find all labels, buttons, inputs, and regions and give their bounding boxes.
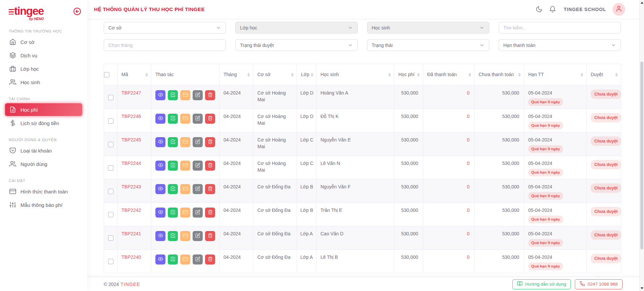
sidebar-item-hoc-sinh[interactable]: Học sinh [5,76,82,89]
approve-button[interactable] [168,114,178,124]
delete-button[interactable] [205,231,215,241]
row-checkbox[interactable] [108,189,113,194]
column-header-branch[interactable]: Cơ sở [253,64,297,85]
sidebar-collapse-button[interactable] [73,7,81,15]
fee-code-link[interactable]: TBP2244 [121,161,141,166]
row-checkbox[interactable] [108,165,113,171]
edit-button[interactable] [193,161,203,171]
edit-button[interactable] [193,231,203,241]
sort-icon[interactable] [291,73,294,76]
column-header-code[interactable]: Mã [117,64,151,85]
fee-code-link[interactable]: TBP2240 [121,254,141,260]
column-header-paid[interactable]: Đã thanh toán [423,64,475,85]
payment-button[interactable] [180,184,190,194]
column-header-month[interactable]: Tháng [219,64,253,85]
column-header-fee[interactable]: Học phí [394,64,423,85]
fee-code-link[interactable]: TBP2241 [121,231,141,236]
approve-button[interactable] [168,231,178,241]
filter-hoc-sinh-select[interactable]: Học sinh [367,22,489,34]
delete-button[interactable] [205,90,215,100]
hotline-button[interactable]: 0247 1088 968 [575,279,623,289]
delete-button[interactable] [205,254,215,265]
delete-button[interactable] [205,114,215,124]
sidebar-item-hoc-phi[interactable]: Học phí [5,103,82,116]
user-avatar[interactable] [612,3,625,16]
search-input[interactable] [499,22,621,34]
sort-icon[interactable] [615,73,618,76]
edit-button[interactable] [193,114,203,124]
fee-code-link[interactable]: TBP2243 [121,184,141,189]
view-button[interactable] [155,231,165,241]
view-button[interactable] [155,208,165,218]
fee-code-link[interactable]: TBP2247 [121,90,141,96]
sidebar-item-hinh-thuc-thanh-toan[interactable]: Hình thức thanh toán [5,185,82,198]
column-header-unpaid[interactable]: Chưa thanh toán [475,64,524,85]
view-button[interactable] [155,184,165,194]
sort-icon[interactable] [388,73,391,76]
column-header-student[interactable]: Học sinh [316,64,394,85]
sidebar-item-co-so[interactable]: Cơ sở [5,36,82,48]
payment-button[interactable] [180,90,190,100]
sort-icon[interactable] [518,73,521,76]
payment-button[interactable] [180,208,190,218]
sidebar-item-lop-hoc[interactable]: Lớp học [5,62,82,75]
moon-icon[interactable] [536,6,543,13]
delete-button[interactable] [205,161,215,171]
tingee-logo[interactable]: tingee by HENO [9,5,44,21]
approve-button[interactable] [168,254,178,265]
fee-code-link[interactable]: TBP2246 [121,114,141,119]
column-header-class[interactable]: Lớp [297,64,316,85]
fee-code-link[interactable]: TBP2245 [121,137,141,142]
sidebar-item-lich-su-dong-tien[interactable]: Lịch sử đóng tiền [5,117,82,129]
approve-button[interactable] [168,161,178,171]
view-button[interactable] [155,114,165,124]
row-checkbox[interactable] [108,259,113,264]
sort-icon[interactable] [311,73,313,76]
edit-button[interactable] [193,184,203,194]
view-button[interactable] [155,137,165,147]
footer-brand[interactable]: TINGEE [120,282,140,287]
view-button[interactable] [155,161,165,171]
edit-button[interactable] [193,208,203,218]
sort-icon[interactable] [247,73,250,76]
row-checkbox[interactable] [108,95,113,100]
sidebar-item-loai-tai-khoan[interactable]: Loại tài khoản [5,144,82,157]
edit-button[interactable] [193,137,203,147]
view-button[interactable] [155,90,165,100]
sort-icon[interactable] [417,73,420,76]
scroll-down-icon[interactable] [641,287,643,289]
row-checkbox[interactable] [108,118,113,124]
filter-trang-thai-duyet-select[interactable]: Trạng thái duyệt [235,39,357,51]
sort-icon[interactable] [468,73,471,76]
user-guide-button[interactable]: Hướng dẫn sử dụng [512,279,571,289]
vertical-scrollbar[interactable] [639,0,644,291]
filter-trang-thai-select[interactable]: Trạng thái [367,39,489,51]
payment-button[interactable] [180,254,190,265]
row-checkbox[interactable] [108,142,113,147]
sidebar-item-dich-vu[interactable]: Dịch vụ [5,49,82,62]
payment-button[interactable] [180,231,190,241]
filter-han-thanh-toan-select[interactable]: Hạn thanh toán [499,39,621,51]
edit-button[interactable] [193,254,203,265]
row-checkbox[interactable] [108,235,113,241]
approve-button[interactable] [168,184,178,194]
column-header-approval[interactable]: Duyệt [587,64,621,85]
row-checkbox[interactable] [108,212,113,217]
delete-button[interactable] [205,137,215,147]
bell-icon[interactable] [549,6,556,13]
sort-icon[interactable] [145,73,148,76]
edit-button[interactable] [193,90,203,100]
sidebar-item-nguoi-dung[interactable]: Người dùng [5,158,82,170]
delete-button[interactable] [205,184,215,194]
scrollbar-thumb[interactable] [640,62,643,249]
sidebar-item-mau-thong-bao-phi[interactable]: Mẫu thông báo phí [5,198,82,211]
approve-button[interactable] [168,208,178,218]
chon-thang-input[interactable] [104,39,226,51]
filter-co-so-select[interactable]: Cơ sở [104,22,226,34]
payment-button[interactable] [180,161,190,171]
scroll-up-icon[interactable] [641,2,643,4]
select-all-checkbox[interactable] [104,72,109,77]
payment-button[interactable] [180,114,190,124]
delete-button[interactable] [205,208,215,218]
approve-button[interactable] [168,90,178,100]
